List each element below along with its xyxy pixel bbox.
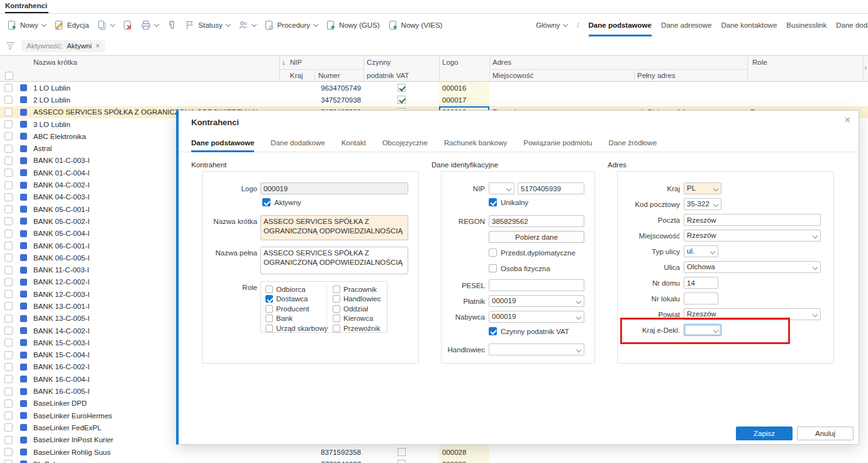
row-checkbox[interactable] <box>4 108 13 116</box>
attachments-button[interactable] <box>164 18 180 33</box>
nip-input[interactable] <box>518 182 584 194</box>
regon-input[interactable] <box>489 215 584 227</box>
nowy-gus-button[interactable]: Nowy (GUS) <box>323 18 383 33</box>
users-button[interactable] <box>235 18 259 33</box>
dialog-tab-dane-podstawowe[interactable]: Dane podstawowe <box>191 133 254 152</box>
copy-button[interactable] <box>94 18 118 33</box>
handlowiec-select[interactable] <box>489 343 584 355</box>
nazwa-krotka-textarea[interactable]: ASSECO SERVICES SPÓŁKA Z OGRANICZONĄ ODP… <box>260 215 408 240</box>
nr-lokalu-input[interactable] <box>684 293 718 304</box>
tab-dane-podstawowe[interactable]: Dane podstawowe <box>589 14 652 36</box>
zapisz-button[interactable]: Zapisz <box>736 427 793 440</box>
czynny-podatnik-vat-checkbox[interactable] <box>489 327 497 335</box>
dialog-tab-obcojezyczne[interactable]: Obcojęzyczne <box>382 133 428 152</box>
nabywca-select[interactable]: 000019 <box>489 311 584 323</box>
filter-remove-icon[interactable]: × <box>96 42 100 50</box>
role-option-producent[interactable]: Producent <box>265 304 326 313</box>
filter-chip-aktywnosc[interactable]: Aktywność: Aktywni × <box>21 40 105 52</box>
unikalny-checkbox[interactable] <box>489 198 497 206</box>
scroll-columns-right-icon[interactable]: › <box>864 63 867 72</box>
anuluj-button[interactable]: Anuluj <box>797 427 854 440</box>
select-all-checkbox[interactable] <box>5 72 13 80</box>
header-role[interactable]: Role <box>752 59 767 66</box>
row-checkbox[interactable] <box>4 205 13 213</box>
ulica-select[interactable]: Olchowa <box>684 261 821 273</box>
glowny-dropdown[interactable]: Główny <box>536 14 567 36</box>
row-checkbox[interactable] <box>4 145 13 153</box>
new-button[interactable]: Nowy <box>4 18 49 33</box>
platnik-select[interactable]: 000019 <box>489 295 584 307</box>
row-checkbox[interactable] <box>4 132 13 140</box>
row-checkbox[interactable] <box>4 181 13 189</box>
row-checkbox[interactable] <box>4 84 13 92</box>
nip-prefix-select[interactable] <box>489 182 515 194</box>
row-checkbox[interactable] <box>4 96 13 104</box>
role-checkbox[interactable] <box>265 315 273 322</box>
header-miejscowosc[interactable]: Miejscowość <box>492 72 533 79</box>
dialog-tab-rachunek-bankowy[interactable]: Rachunek bankowy <box>444 133 507 152</box>
table-row[interactable]: BL-Paban7773240627000030 <box>0 458 868 463</box>
role-option-przewoźnik[interactable]: Przewoźnik <box>333 324 382 332</box>
row-checkbox[interactable] <box>4 423 13 432</box>
role-option-oddział[interactable]: Oddział <box>333 304 382 313</box>
logo-input[interactable] <box>260 182 408 194</box>
row-checkbox[interactable] <box>4 157 13 165</box>
header-pelny-adres[interactable]: Pełny adres <box>637 72 676 79</box>
row-checkbox[interactable] <box>4 411 13 420</box>
kod-pocztowy-select[interactable]: 35-322 <box>684 198 721 210</box>
kraj-select[interactable]: PL <box>684 182 721 194</box>
row-checkbox[interactable] <box>4 388 13 396</box>
table-row[interactable]: BaseLinker Rohlig Suus8371592358000028 <box>0 446 868 458</box>
dialog-tab-dane-dodatkowe[interactable]: Dane dodatkowe <box>270 133 325 152</box>
header-czynny[interactable]: Czynny <box>367 59 391 66</box>
row-checkbox[interactable] <box>4 399 13 408</box>
role-checkbox[interactable] <box>333 295 340 303</box>
role-option-pracownik[interactable]: Pracownik <box>333 285 382 293</box>
row-checkbox[interactable] <box>4 278 13 286</box>
role-checkbox[interactable] <box>333 286 340 293</box>
powiat-select[interactable]: Rzeszów <box>684 308 821 320</box>
sort-descending-icon[interactable]: ↓ <box>282 59 286 66</box>
nazwa-pelna-textarea[interactable]: ASSECO SERVICES SPÓŁKA Z OGRANICZONĄ ODP… <box>260 247 408 274</box>
aktywny-checkbox[interactable] <box>262 198 270 206</box>
role-checkbox[interactable] <box>265 295 273 303</box>
row-checkbox[interactable] <box>4 193 13 201</box>
tab-dane-dodatkowe[interactable]: Dane dodatkowe <box>836 14 868 36</box>
nr-domu-input[interactable] <box>684 277 718 289</box>
window-tab-kontrahenci[interactable]: Kontrahenci <box>5 2 48 13</box>
row-checkbox[interactable] <box>4 302 13 310</box>
filter-funnel-icon[interactable] <box>6 41 15 50</box>
row-checkbox[interactable] <box>4 338 13 347</box>
dialog-tab-dane-zrodlowe[interactable]: Dane źródłowe <box>609 133 657 152</box>
statusy-button[interactable]: Statusy <box>182 18 233 33</box>
header-nazwa-krotka[interactable]: Nazwa krótka <box>33 59 77 66</box>
role-checkbox[interactable] <box>333 305 340 313</box>
row-checkbox[interactable] <box>4 460 13 463</box>
role-option-kierowca[interactable]: Kierowca <box>333 315 382 323</box>
print-button[interactable] <box>138 18 162 33</box>
osoba-fizyczna-checkbox[interactable] <box>489 264 497 272</box>
row-checkbox[interactable] <box>4 217 13 225</box>
header-kraj[interactable]: Kraj <box>290 72 303 79</box>
row-checkbox[interactable] <box>4 230 13 238</box>
role-option-dostawca[interactable]: Dostawca <box>265 295 326 303</box>
role-option-bank[interactable]: Bank <box>265 315 326 323</box>
row-checkbox[interactable] <box>4 448 13 456</box>
table-row[interactable]: 2 LO Lublin3475270938000017 <box>0 94 868 106</box>
role-option-odbiorca[interactable]: Odbiorca <box>265 285 326 293</box>
table-row[interactable]: 1 LO Lublin9634705749000016 <box>0 82 868 94</box>
row-checkbox[interactable] <box>4 290 13 298</box>
row-checkbox[interactable] <box>4 254 13 262</box>
role-checkbox[interactable] <box>265 305 273 313</box>
tab-businesslink[interactable]: Businesslink <box>786 14 826 36</box>
edit-button[interactable]: Edycja <box>51 18 92 33</box>
role-checkbox[interactable] <box>333 315 340 322</box>
row-checkbox[interactable] <box>4 242 13 250</box>
header-logo[interactable]: Logo <box>442 59 459 66</box>
tab-dane-kontaktowe[interactable]: Dane kontaktowe <box>721 14 777 36</box>
row-checkbox[interactable] <box>4 315 13 323</box>
przedst-dyplomatyczne-checkbox[interactable] <box>489 248 497 257</box>
row-checkbox[interactable] <box>4 266 13 274</box>
row-checkbox[interactable] <box>4 375 13 383</box>
row-checkbox[interactable] <box>4 436 13 444</box>
